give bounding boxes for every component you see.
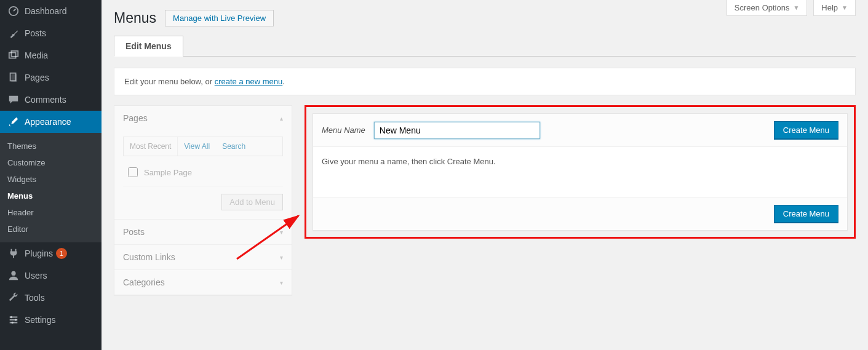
metabox-title: Custom Links — [123, 252, 175, 262]
menu-editor-column: Menu Name Create Menu Give your menu a n… — [305, 105, 856, 239]
sidebar-item-comments[interactable]: Comments — [0, 89, 102, 111]
chevron-down-icon: ▼ — [793, 4, 799, 11]
sidebar-label: Media — [25, 50, 48, 60]
page-item-label: Sample Page — [144, 168, 192, 177]
sub-item-customize[interactable]: Customize — [0, 154, 102, 171]
tab-view-all[interactable]: View All — [178, 137, 216, 156]
main-content: Screen Options ▼ Help ▼ Menus Manage wit… — [102, 0, 868, 350]
plug-icon — [7, 247, 20, 260]
menu-editor-footer: Create Menu — [313, 197, 847, 230]
page-item-row[interactable]: Sample Page — [123, 164, 283, 186]
sidebar-item-plugins[interactable]: Plugins 1 — [0, 242, 102, 264]
create-menu-button-top[interactable]: Create Menu — [774, 121, 838, 139]
sidebar-item-posts[interactable]: Posts — [0, 22, 102, 44]
metabox-title: Categories — [123, 277, 165, 287]
metabox-posts-header[interactable]: Posts ▾ — [114, 219, 292, 244]
chevron-down-icon: ▾ — [280, 254, 283, 261]
tab-search[interactable]: Search — [216, 137, 252, 156]
sub-item-editor[interactable]: Editor — [0, 221, 102, 237]
svg-rect-4 — [11, 74, 17, 82]
wrench-icon — [7, 292, 20, 304]
sidebar-label: Comments — [25, 95, 66, 105]
live-preview-button[interactable]: Manage with Live Preview — [165, 10, 274, 26]
add-to-menu-button: Add to Menu — [221, 194, 283, 210]
edit-menu-notice: Edit your menu below, or create a new me… — [114, 68, 856, 95]
sidebar-label: Dashboard — [25, 6, 67, 16]
metabox-title: Pages — [123, 113, 148, 123]
svg-rect-1 — [9, 53, 16, 58]
sidebar-item-settings[interactable]: Settings — [0, 309, 102, 331]
highlight-annotation: Menu Name Create Menu Give your menu a n… — [305, 105, 856, 239]
sliders-icon — [7, 314, 20, 326]
sidebar-label: Settings — [25, 315, 56, 325]
menu-name-input[interactable] — [374, 122, 540, 139]
metabox-categories-header[interactable]: Categories ▾ — [114, 269, 292, 295]
sidebar-label: Appearance — [25, 117, 71, 127]
admin-sidebar: Dashboard Posts Media Pages Comments App… — [0, 0, 102, 350]
svg-rect-2 — [11, 51, 18, 57]
pages-tabs: Most Recent View All Search — [123, 137, 283, 156]
sidebar-item-pages[interactable]: Pages — [0, 66, 102, 89]
sub-item-menus[interactable]: Menus — [0, 188, 102, 204]
sidebar-label: Users — [25, 271, 47, 280]
tab-most-recent[interactable]: Most Recent — [124, 137, 178, 156]
media-icon — [7, 49, 20, 62]
notice-suffix: . — [282, 77, 285, 86]
svg-point-8 — [11, 322, 14, 324]
metabox-pages: Pages ▴ Most Recent View All Search Samp… — [114, 105, 292, 295]
help-toggle[interactable]: Help ▼ — [813, 0, 856, 16]
create-menu-button-bottom[interactable]: Create Menu — [774, 205, 838, 223]
screen-meta-links: Screen Options ▼ Help ▼ — [727, 0, 856, 16]
create-menu-link[interactable]: create a new menu — [215, 77, 283, 86]
sidebar-item-media[interactable]: Media — [0, 44, 102, 66]
page-item-checkbox[interactable] — [128, 167, 138, 177]
sidebar-label: Tools — [25, 293, 45, 303]
nav-tabs: Edit Menus — [114, 36, 856, 57]
metabox-pages-header[interactable]: Pages ▴ — [114, 106, 292, 130]
menu-items-column: Pages ▴ Most Recent View All Search Samp… — [114, 105, 292, 295]
dashboard-icon — [7, 5, 20, 17]
appearance-submenu: Themes Customize Widgets Menus Header Ed… — [0, 133, 102, 242]
sidebar-label: Plugins — [25, 249, 53, 258]
menu-name-label: Menu Name — [322, 125, 365, 135]
pin-icon — [7, 27, 20, 39]
metabox-custom-links-header[interactable]: Custom Links ▾ — [114, 244, 292, 269]
tab-edit-menus[interactable]: Edit Menus — [114, 36, 183, 57]
sub-item-themes[interactable]: Themes — [0, 138, 102, 154]
comment-icon — [7, 93, 20, 106]
metabox-title: Posts — [123, 227, 145, 237]
page-icon — [7, 71, 20, 84]
menu-editor-box: Menu Name Create Menu Give your menu a n… — [313, 113, 848, 231]
svg-point-6 — [10, 316, 13, 319]
sub-item-header[interactable]: Header — [0, 204, 102, 221]
sidebar-label: Pages — [25, 73, 49, 82]
brush-icon — [7, 116, 20, 128]
screen-options-toggle[interactable]: Screen Options ▼ — [727, 0, 808, 16]
menu-instruction: Give your menu a name, then click Create… — [322, 157, 496, 166]
chevron-down-icon: ▼ — [842, 4, 848, 11]
sidebar-item-users[interactable]: Users — [0, 264, 102, 287]
notice-prefix: Edit your menu below, or — [124, 77, 215, 86]
menu-editor-body: Give your menu a name, then click Create… — [313, 147, 847, 197]
chevron-down-icon: ▾ — [280, 229, 283, 236]
page-title: Menus — [114, 10, 156, 26]
plugins-badge: 1 — [56, 248, 67, 259]
user-icon — [7, 269, 20, 282]
screen-options-label: Screen Options — [735, 3, 790, 12]
sub-item-widgets[interactable]: Widgets — [0, 171, 102, 188]
chevron-up-icon: ▴ — [280, 115, 283, 122]
menu-editor-header: Menu Name Create Menu — [313, 114, 847, 147]
sidebar-label: Posts — [25, 28, 46, 38]
svg-point-5 — [11, 271, 15, 276]
svg-point-7 — [15, 319, 17, 321]
chevron-down-icon: ▾ — [280, 279, 283, 286]
help-label: Help — [821, 3, 838, 12]
sidebar-item-tools[interactable]: Tools — [0, 287, 102, 309]
sidebar-item-appearance[interactable]: Appearance — [0, 111, 102, 133]
sidebar-item-dashboard[interactable]: Dashboard — [0, 0, 102, 22]
